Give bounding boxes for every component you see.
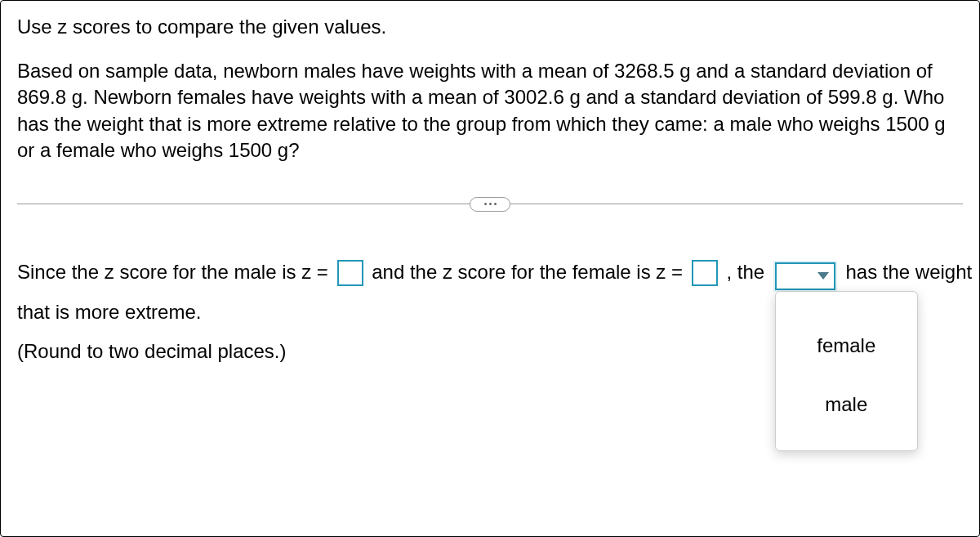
divider-line-left	[17, 204, 470, 204]
female-z-input[interactable]	[692, 260, 718, 286]
dropdown-option-female[interactable]: female	[776, 316, 917, 375]
instruction-text: Use z scores to compare the given values…	[17, 16, 963, 38]
divider-line-right	[510, 204, 963, 204]
divider-collapse-button[interactable]	[470, 197, 510, 212]
dot-icon	[484, 203, 487, 205]
problem-text: Based on sample data, newborn males have…	[17, 58, 963, 164]
dot-icon	[494, 203, 497, 205]
answer-text-part3: , the	[726, 261, 764, 283]
question-container: Use z scores to compare the given values…	[0, 0, 980, 537]
male-z-input[interactable]	[337, 260, 363, 286]
dropdown-option-male[interactable]: male	[776, 375, 917, 434]
answer-text-part2: and the z score for the female is z =	[372, 261, 683, 283]
section-divider	[17, 197, 963, 212]
dot-icon	[489, 203, 492, 205]
chevron-down-icon	[817, 272, 829, 280]
answer-text-part4: has the weight	[845, 261, 972, 283]
gender-select[interactable]	[775, 262, 835, 290]
gender-dropdown: female male	[775, 291, 918, 451]
answer-area: Since the z score for the male is z = an…	[17, 253, 963, 372]
answer-text-part1: Since the z score for the male is z =	[17, 261, 328, 283]
